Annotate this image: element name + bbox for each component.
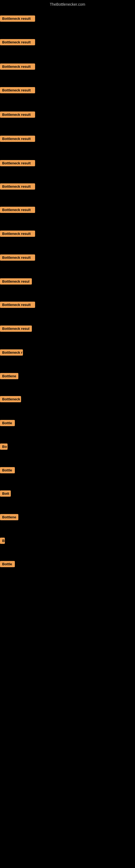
bottleneck-row-3: Bottleneck result (0, 63, 35, 71)
bottleneck-row-15: Bottleneck r (0, 349, 23, 357)
bottleneck-row-18: Bottle (0, 420, 15, 427)
bottleneck-badge-24[interactable]: Bottle (0, 561, 15, 567)
bottleneck-row-20: Bottle (0, 467, 15, 474)
bottleneck-badge-10[interactable]: Bottleneck result (0, 230, 35, 237)
bottleneck-row-5: Bottleneck result (0, 112, 35, 119)
bottleneck-badge-7[interactable]: Bottleneck result (0, 160, 35, 166)
site-title: TheBottlenecker.com (0, 0, 135, 9)
bottleneck-badge-5[interactable]: Bottleneck result (0, 112, 35, 118)
bottleneck-badge-21[interactable]: Bott (0, 490, 11, 497)
bottleneck-badge-8[interactable]: Bottleneck result (0, 183, 35, 190)
bottleneck-row-7: Bottleneck result (0, 160, 35, 167)
bottleneck-row-24: Bottle (0, 561, 15, 568)
bottleneck-badge-17[interactable]: Bottleneck (0, 396, 21, 402)
bottleneck-badge-6[interactable]: Bottleneck result (0, 135, 35, 142)
bottleneck-row-17: Bottleneck (0, 396, 21, 403)
bottleneck-badge-1[interactable]: Bottleneck result (0, 16, 35, 22)
bottleneck-row-4: Bottleneck result (0, 87, 35, 94)
bottleneck-row-9: Bottleneck result (0, 207, 35, 214)
bottleneck-row-13: Bottleneck result (0, 302, 35, 309)
bottleneck-badge-16[interactable]: Bottlene (0, 373, 18, 379)
bottleneck-row-19: Bo (0, 443, 8, 451)
bottleneck-row-6: Bottleneck result (0, 135, 35, 143)
bottleneck-row-2: Bottleneck result (0, 39, 35, 46)
bottleneck-row-16: Bottlene (0, 373, 18, 380)
bottleneck-row-1: Bottleneck result (0, 16, 35, 23)
bottleneck-row-21: Bott (0, 490, 11, 498)
bottleneck-badge-22[interactable]: Bottlene (0, 514, 18, 520)
bottleneck-badge-12[interactable]: Bottleneck resul (0, 278, 32, 284)
bottleneck-badge-13[interactable]: Bottleneck result (0, 302, 35, 308)
bottleneck-row-14: Bottleneck resul (0, 326, 32, 333)
bottleneck-row-12: Bottleneck resul (0, 278, 32, 286)
bottleneck-badge-14[interactable]: Bottleneck resul (0, 326, 32, 332)
bottleneck-badge-4[interactable]: Bottleneck result (0, 87, 35, 93)
bottleneck-badge-23[interactable]: B (0, 538, 5, 544)
bottleneck-badge-15[interactable]: Bottleneck r (0, 349, 23, 355)
bottleneck-row-10: Bottleneck result (0, 230, 35, 238)
bottleneck-row-11: Bottleneck result (0, 254, 35, 262)
bottleneck-row-23: B (0, 538, 5, 545)
bottleneck-badge-11[interactable]: Bottleneck result (0, 254, 35, 261)
bottleneck-badge-9[interactable]: Bottleneck result (0, 207, 35, 213)
bottleneck-row-8: Bottleneck result (0, 183, 35, 191)
bottleneck-badge-19[interactable]: Bo (0, 443, 8, 450)
bottleneck-badge-18[interactable]: Bottle (0, 420, 15, 426)
bottleneck-badge-3[interactable]: Bottleneck result (0, 63, 35, 70)
bottleneck-row-22: Bottlene (0, 514, 18, 521)
bottleneck-badge-2[interactable]: Bottleneck result (0, 39, 35, 45)
bottleneck-badge-20[interactable]: Bottle (0, 467, 15, 473)
